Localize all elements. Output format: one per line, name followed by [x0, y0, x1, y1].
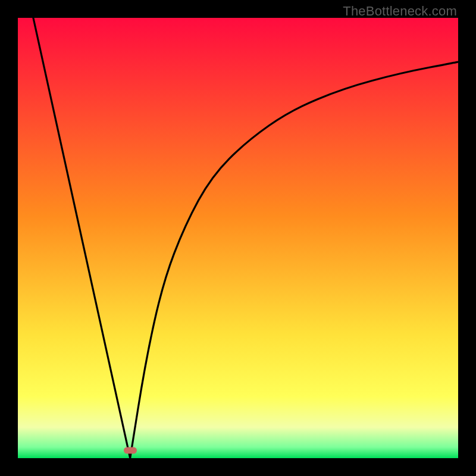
plot-frame [18, 18, 458, 458]
watermark-text: TheBottleneck.com [343, 4, 457, 19]
bottleneck-curve [18, 18, 458, 458]
minimum-marker [124, 447, 137, 454]
